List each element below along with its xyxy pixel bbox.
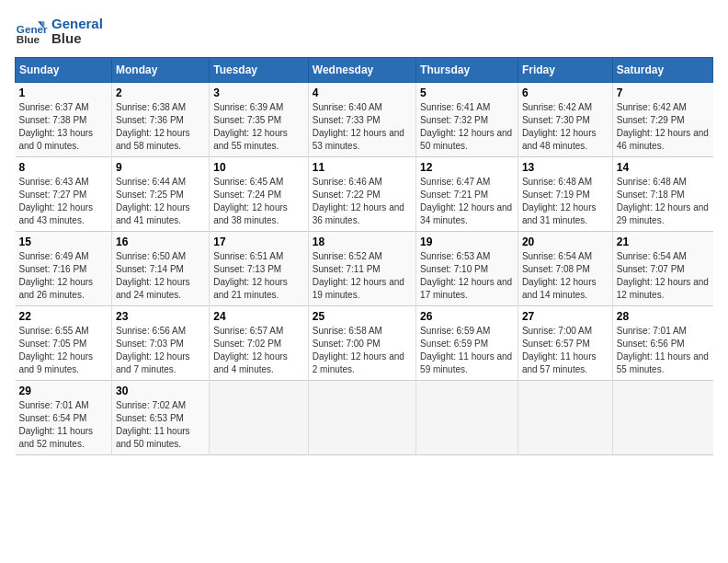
day-cell-23: 23 Sunrise: 6:56 AM Sunset: 7:03 PM Dayl… [111,306,209,381]
day-number: 16 [116,236,205,248]
day-number: 26 [420,310,514,323]
day-number: 4 [313,86,412,99]
day-cell-13: 13 Sunrise: 6:48 AM Sunset: 7:19 PM Dayl… [518,157,612,232]
day-cell-21: 21 Sunrise: 6:54 AM Sunset: 7:07 PM Dayl… [612,232,712,306]
day-number: 30 [116,385,205,397]
day-cell-1: 1 Sunrise: 6:37 AM Sunset: 7:38 PM Dayli… [16,83,112,157]
day-cell-16: 16 Sunrise: 6:50 AM Sunset: 7:14 PM Dayl… [111,232,209,306]
day-info: Sunrise: 6:54 AM Sunset: 7:08 PM Dayligh… [522,250,609,302]
day-info: Sunrise: 6:58 AM Sunset: 7:00 PM Dayligh… [313,325,412,376]
day-cell-29: 29 Sunrise: 7:01 AM Sunset: 6:54 PM Dayl… [16,381,112,455]
day-cell-12: 12 Sunrise: 6:47 AM Sunset: 7:21 PM Dayl… [416,157,518,232]
logo: General Blue General Blue [15,15,103,48]
day-info: Sunrise: 6:43 AM Sunset: 7:27 PM Dayligh… [19,176,108,227]
day-cell-5: 5 Sunrise: 6:41 AM Sunset: 7:32 PM Dayli… [416,83,518,157]
week-row-2: 8 Sunrise: 6:43 AM Sunset: 7:27 PM Dayli… [16,157,713,232]
day-number: 19 [420,236,514,248]
day-cell-7: 7 Sunrise: 6:42 AM Sunset: 7:29 PM Dayli… [612,83,712,157]
day-info: Sunrise: 6:51 AM Sunset: 7:13 PM Dayligh… [213,250,304,302]
day-cell-27: 27 Sunrise: 7:00 AM Sunset: 6:57 PM Dayl… [518,306,612,381]
day-cell-24: 24 Sunrise: 6:57 AM Sunset: 7:02 PM Dayl… [210,306,309,381]
day-number: 1 [19,86,108,99]
day-number: 14 [617,161,710,174]
header-cell-friday: Friday [518,58,612,83]
day-info: Sunrise: 6:48 AM Sunset: 7:19 PM Dayligh… [522,176,609,227]
day-info: Sunrise: 6:55 AM Sunset: 7:05 PM Dayligh… [19,325,108,376]
day-info: Sunrise: 6:41 AM Sunset: 7:32 PM Dayligh… [420,101,514,153]
day-info: Sunrise: 6:40 AM Sunset: 7:33 PM Dayligh… [313,101,412,153]
day-info: Sunrise: 6:47 AM Sunset: 7:21 PM Dayligh… [420,176,514,227]
day-cell-20: 20 Sunrise: 6:54 AM Sunset: 7:08 PM Dayl… [518,232,612,306]
day-number: 2 [116,86,205,99]
week-row-1: 1 Sunrise: 6:37 AM Sunset: 7:38 PM Dayli… [16,83,713,157]
day-info: Sunrise: 6:56 AM Sunset: 7:03 PM Dayligh… [116,325,205,376]
day-cell-30: 30 Sunrise: 7:02 AM Sunset: 6:53 PM Dayl… [111,381,209,455]
day-number: 17 [213,236,304,248]
logo-text-general: General [51,17,103,32]
day-number: 6 [522,86,609,99]
logo-icon: General Blue [15,15,48,48]
day-number: 22 [19,310,108,323]
day-info: Sunrise: 6:49 AM Sunset: 7:16 PM Dayligh… [19,250,108,302]
day-number: 10 [213,161,304,174]
day-cell-25: 25 Sunrise: 6:58 AM Sunset: 7:00 PM Dayl… [308,306,415,381]
header-cell-thursday: Thursday [416,58,518,83]
week-row-4: 22 Sunrise: 6:55 AM Sunset: 7:05 PM Dayl… [16,306,713,381]
day-cell-4: 4 Sunrise: 6:40 AM Sunset: 7:33 PM Dayli… [308,83,415,157]
day-number: 15 [19,236,108,248]
day-cell-2: 2 Sunrise: 6:38 AM Sunset: 7:36 PM Dayli… [111,83,209,157]
day-info: Sunrise: 6:59 AM Sunset: 6:59 PM Dayligh… [420,325,514,376]
calendar-table: SundayMondayTuesdayWednesdayThursdayFrid… [15,57,713,455]
day-info: Sunrise: 6:53 AM Sunset: 7:10 PM Dayligh… [420,250,514,302]
day-info: Sunrise: 7:00 AM Sunset: 6:57 PM Dayligh… [522,325,609,376]
day-cell-28: 28 Sunrise: 7:01 AM Sunset: 6:56 PM Dayl… [612,306,712,381]
day-number: 27 [522,310,609,323]
day-number: 13 [522,161,609,174]
week-row-5: 29 Sunrise: 7:01 AM Sunset: 6:54 PM Dayl… [16,381,713,455]
day-info: Sunrise: 6:46 AM Sunset: 7:22 PM Dayligh… [313,176,412,227]
day-cell-18: 18 Sunrise: 6:52 AM Sunset: 7:11 PM Dayl… [308,232,415,306]
day-number: 29 [19,385,108,397]
header: General Blue General Blue [15,15,713,48]
empty-cell [308,381,415,455]
day-number: 9 [116,161,205,174]
empty-cell [518,381,612,455]
day-info: Sunrise: 7:02 AM Sunset: 6:53 PM Dayligh… [116,399,205,451]
day-info: Sunrise: 6:44 AM Sunset: 7:25 PM Dayligh… [116,176,205,227]
empty-cell [612,381,712,455]
day-info: Sunrise: 6:37 AM Sunset: 7:38 PM Dayligh… [19,101,108,153]
day-info: Sunrise: 6:57 AM Sunset: 7:02 PM Dayligh… [213,325,304,376]
svg-text:Blue: Blue [17,33,40,45]
empty-cell [210,381,309,455]
day-info: Sunrise: 6:42 AM Sunset: 7:29 PM Dayligh… [617,101,710,153]
header-cell-monday: Monday [111,58,209,83]
day-cell-22: 22 Sunrise: 6:55 AM Sunset: 7:05 PM Dayl… [16,306,112,381]
logo-text-blue: Blue [51,31,103,47]
day-cell-8: 8 Sunrise: 6:43 AM Sunset: 7:27 PM Dayli… [16,157,112,232]
day-number: 12 [420,161,514,174]
day-number: 24 [213,310,304,323]
day-number: 3 [213,86,304,99]
day-info: Sunrise: 6:54 AM Sunset: 7:07 PM Dayligh… [617,250,710,302]
day-info: Sunrise: 6:48 AM Sunset: 7:18 PM Dayligh… [617,176,710,227]
day-number: 21 [617,236,710,248]
empty-cell [416,381,518,455]
day-number: 8 [19,161,108,174]
day-number: 25 [313,310,412,323]
day-cell-9: 9 Sunrise: 6:44 AM Sunset: 7:25 PM Dayli… [111,157,209,232]
header-row: SundayMondayTuesdayWednesdayThursdayFrid… [16,58,713,83]
day-cell-3: 3 Sunrise: 6:39 AM Sunset: 7:35 PM Dayli… [210,83,309,157]
day-info: Sunrise: 6:50 AM Sunset: 7:14 PM Dayligh… [116,250,205,302]
header-cell-saturday: Saturday [612,58,712,83]
day-cell-14: 14 Sunrise: 6:48 AM Sunset: 7:18 PM Dayl… [612,157,712,232]
day-cell-15: 15 Sunrise: 6:49 AM Sunset: 7:16 PM Dayl… [16,232,112,306]
day-info: Sunrise: 7:01 AM Sunset: 6:54 PM Dayligh… [19,399,108,451]
day-cell-26: 26 Sunrise: 6:59 AM Sunset: 6:59 PM Dayl… [416,306,518,381]
day-cell-10: 10 Sunrise: 6:45 AM Sunset: 7:24 PM Dayl… [210,157,309,232]
day-number: 11 [313,161,412,174]
day-info: Sunrise: 6:42 AM Sunset: 7:30 PM Dayligh… [522,101,609,153]
day-info: Sunrise: 6:45 AM Sunset: 7:24 PM Dayligh… [213,176,304,227]
header-cell-wednesday: Wednesday [308,58,415,83]
day-cell-6: 6 Sunrise: 6:42 AM Sunset: 7:30 PM Dayli… [518,83,612,157]
week-row-3: 15 Sunrise: 6:49 AM Sunset: 7:16 PM Dayl… [16,232,713,306]
